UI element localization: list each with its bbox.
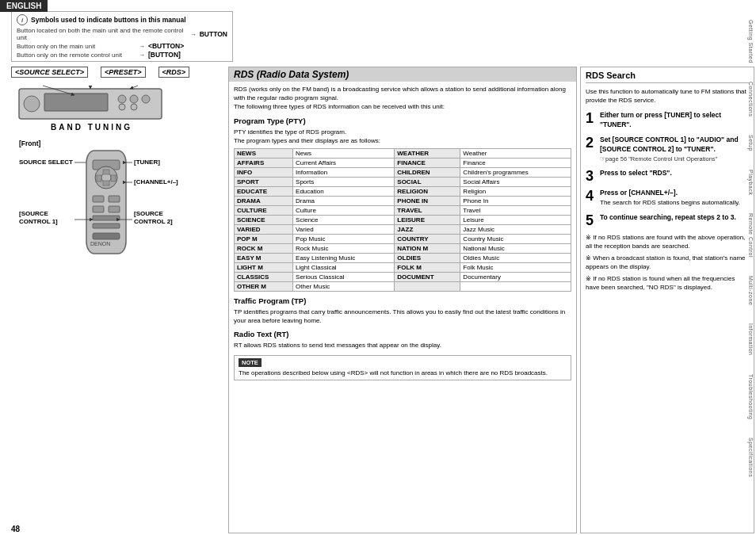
pty-code2: FINANCE [395, 158, 460, 167]
svg-text:DENON: DENON [90, 241, 110, 246]
svg-rect-22 [111, 175, 116, 182]
step-content: Either turn or press [TUNER] to select "… [600, 111, 749, 130]
pty-code: SCIENCE [235, 215, 293, 224]
pty-label2: Folk Music [460, 262, 571, 272]
note-label: NOTE [239, 358, 262, 367]
svg-point-6 [119, 104, 125, 110]
svg-point-7 [131, 104, 137, 110]
info-icon: i [17, 14, 28, 25]
svg-text:[SOURCE: [SOURCE [19, 210, 49, 217]
pty-label: News [293, 148, 395, 158]
svg-rect-19 [103, 170, 109, 174]
pty-label2: Phone In [460, 196, 571, 205]
rds-search-intro: Use this function to automatically tune … [586, 87, 749, 105]
note-box: NOTE The operations described below usin… [234, 355, 571, 380]
pty-code: AFFAIRS [235, 158, 293, 167]
pty-label: Other Music [293, 281, 395, 291]
pty-label: Pop Music [293, 234, 395, 243]
step-num: 4 [586, 189, 597, 203]
step-num: 5 [586, 213, 597, 227]
pty-label2: Oldies Music [460, 253, 571, 262]
step-3: 3Press to select "RDS". [586, 169, 749, 183]
pty-label: Drama [293, 196, 395, 205]
pty-label2: Finance [460, 158, 571, 167]
table-row: NEWS News WEATHER Weather [235, 148, 571, 158]
pty-code: NEWS [235, 148, 293, 158]
pty-code: EDUCATE [235, 186, 293, 196]
pty-label: Easy Listening Music [293, 253, 395, 262]
svg-rect-21 [97, 175, 101, 182]
pty-code: POP M [235, 234, 293, 243]
step-1: 1Either turn or press [TUNER] to select … [586, 111, 749, 130]
radio-text-desc: RT allows RDS stations to send text mess… [234, 341, 571, 350]
pty-label: Information [293, 167, 395, 177]
svg-rect-24 [109, 196, 120, 202]
svg-text:[SOURCE: [SOURCE [134, 210, 164, 217]
pty-label2: National Music [460, 243, 571, 253]
step-content: To continue searching, repeat steps 2 to… [600, 213, 736, 223]
step-5: 5To continue searching, repeat steps 2 t… [586, 213, 749, 227]
notes-list: ※ If no RDS stations are found with the … [586, 233, 749, 292]
rds-section: RDS (Radio Data System) RDS (works only … [228, 67, 577, 533]
pty-label2: Leisure [460, 215, 571, 224]
pty-label2: Jazz Music [460, 224, 571, 234]
pty-code: EASY M [235, 253, 293, 262]
pty-label: Rock Music [293, 243, 395, 253]
svg-rect-26 [109, 206, 120, 212]
pty-label: Science [293, 215, 395, 224]
note-item-2: ※ When a broadcast station is found, tha… [586, 254, 749, 271]
pty-code2 [395, 281, 460, 291]
step-num: 1 [586, 111, 597, 125]
table-row: EDUCATE Education RELIGION Religion [235, 186, 571, 196]
rds-search-title: RDS Search [586, 71, 749, 83]
step-num: 2 [586, 136, 597, 150]
pty-label2: Religion [460, 186, 571, 196]
rds-header: <RDS> [158, 67, 190, 78]
traffic-desc: TP identifies programs that carry traffi… [234, 308, 571, 325]
svg-rect-20 [103, 181, 109, 185]
pty-label: Serious Classical [293, 272, 395, 281]
traffic-section: Traffic Program (TP) TP identifies progr… [234, 296, 571, 325]
pty-code2: OLDIES [395, 253, 460, 262]
table-row: EASY M Easy Listening Music OLDIES Oldie… [235, 253, 571, 262]
table-row: CULTURE Culture TRAVEL Travel [235, 205, 571, 215]
preset-header: <PRESET> [101, 67, 146, 78]
symbols-title: i Symbols used to indicate buttons in th… [17, 14, 227, 25]
step-num: 3 [586, 169, 597, 183]
step-2: 2Set [SOURCE CONTROL 1] to "AUDIO" and [… [586, 136, 749, 163]
radio-text-title: Radio Text (RT) [234, 330, 571, 338]
pty-code2: TRAVEL [395, 205, 460, 215]
table-row: OTHER M Other Music [235, 281, 571, 291]
pty-code2: NATION M [395, 243, 460, 253]
svg-text:[Front]: [Front] [19, 139, 41, 147]
symbol-row-1: Button located on both the main unit and… [17, 27, 227, 41]
pty-label2: Social Affairs [460, 177, 571, 186]
pty-code: CULTURE [235, 205, 293, 215]
pty-code: CLASSICS [235, 272, 293, 281]
device-illustration: BAND TUNING [Front] SOURCE SELECT [11, 81, 225, 255]
svg-point-1 [24, 96, 40, 112]
svg-point-3 [118, 95, 126, 103]
pty-code2: JAZZ [395, 224, 460, 234]
radio-text-section: Radio Text (RT) RT allows RDS stations t… [234, 330, 571, 350]
step-content: Press or [CHANNEL+/–].The search for RDS… [600, 189, 740, 207]
pty-label: Culture [293, 205, 395, 215]
pty-label: Sports [293, 177, 395, 186]
pty-label2 [460, 281, 571, 291]
pty-label: Light Classical [293, 262, 395, 272]
note-item-3: ※ If no RDS station is found when all th… [586, 274, 749, 292]
table-row: SCIENCE Science LEISURE Leisure [235, 215, 571, 224]
pty-code2: PHONE IN [395, 196, 460, 205]
note-item-1: ※ If no RDS stations are found with the … [586, 233, 749, 250]
pty-label: Varied [293, 224, 395, 234]
table-row: AFFAIRS Current Affairs FINANCE Finance [235, 158, 571, 167]
svg-rect-29 [93, 233, 120, 239]
table-row: DRAMA Drama PHONE IN Phone In [235, 196, 571, 205]
rds-intro: RDS (works only on the FM band) is a bro… [234, 85, 571, 112]
pty-label2: Weather [460, 148, 571, 158]
svg-text:CONTROL 2]: CONTROL 2] [134, 218, 173, 225]
svg-text:[CHANNEL+/–]: [CHANNEL+/–] [134, 178, 178, 185]
table-row: VARIED Varied JAZZ Jazz Music [235, 224, 571, 234]
table-row: INFO Information CHILDREN Children's pro… [235, 167, 571, 177]
pty-code2: LEISURE [395, 215, 460, 224]
